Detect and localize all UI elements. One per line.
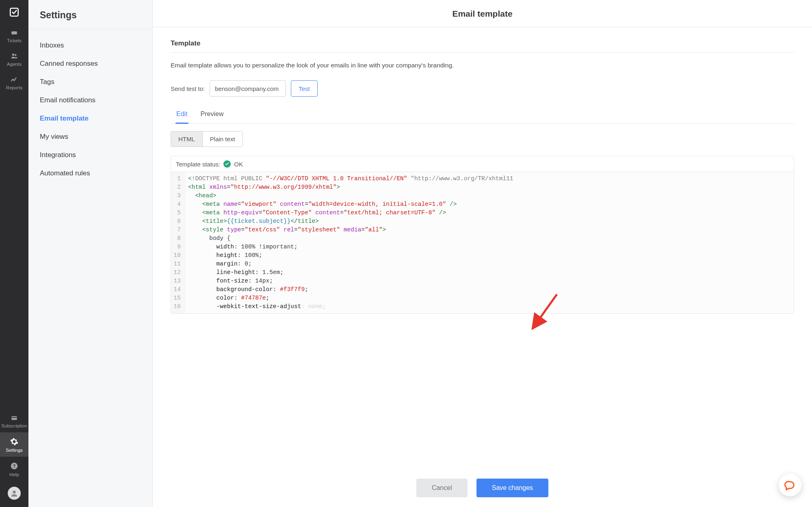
settings-sidebar: Settings Inboxes Canned responses Tags E… (28, 0, 153, 507)
view-tabs: Edit Preview (171, 110, 794, 124)
footer-actions: Cancel Save changes (153, 470, 812, 507)
format-tab-html[interactable]: HTML (171, 132, 202, 147)
svg-text:?: ? (13, 464, 16, 468)
format-tabs: HTML Plain text (171, 131, 243, 147)
tickets-icon (10, 29, 19, 37)
code-area[interactable]: 12345678910111213141516 <!DOCTYPE html P… (171, 172, 794, 313)
send-test-button[interactable]: Test (291, 80, 318, 97)
reports-icon (10, 76, 19, 84)
nav-item-tickets[interactable]: Tickets (0, 24, 28, 47)
template-status-row: Template status: OK (171, 156, 794, 172)
settings-menu-my-views[interactable]: My views (28, 128, 152, 146)
nav-label: Agents (7, 62, 22, 67)
subscription-icon (10, 414, 19, 422)
nav-item-settings[interactable]: Settings (0, 432, 28, 457)
nav-label: Subscription (1, 423, 27, 428)
settings-menu-automated-rules[interactable]: Automated rules (28, 164, 152, 183)
settings-menu-integrations[interactable]: Integrations (28, 146, 152, 164)
svg-point-8 (13, 491, 15, 494)
tab-edit[interactable]: Edit (175, 110, 188, 123)
send-test-input[interactable] (210, 80, 286, 97)
svg-point-3 (15, 54, 16, 56)
settings-menu-email-notifications[interactable]: Email notifications (28, 91, 152, 110)
nav-label: Help (9, 472, 19, 477)
settings-menu-canned-responses[interactable]: Canned responses (28, 55, 152, 73)
template-status-value: OK (234, 161, 243, 168)
user-avatar[interactable] (8, 487, 21, 500)
code-gutter: 12345678910111213141516 (171, 172, 186, 313)
settings-menu-email-template[interactable]: Email template (28, 110, 152, 128)
nav-label: Reports (6, 85, 22, 90)
settings-menu: Inboxes Canned responses Tags Email noti… (28, 29, 152, 183)
settings-title: Settings (28, 0, 152, 29)
chat-fab[interactable] (779, 474, 801, 496)
agents-icon (10, 52, 19, 60)
tab-preview[interactable]: Preview (200, 110, 225, 123)
app-logo[interactable] (6, 4, 22, 20)
code-editor: Template status: OK 12345678910111213141… (171, 156, 794, 314)
nav-item-subscription[interactable]: Subscription (0, 410, 28, 432)
send-test-row: Send test to: Test (171, 80, 794, 97)
status-ok-icon (223, 160, 231, 168)
svg-rect-5 (11, 417, 17, 418)
settings-menu-tags[interactable]: Tags (28, 73, 152, 91)
template-description: Email template allows you to personalize… (171, 62, 794, 69)
nav-item-agents[interactable]: Agents (0, 47, 28, 71)
settings-menu-inboxes[interactable]: Inboxes (28, 37, 152, 55)
svg-rect-4 (11, 416, 17, 420)
help-icon: ? (10, 462, 19, 470)
cancel-button[interactable]: Cancel (416, 479, 468, 497)
format-tab-plain-text[interactable]: Plain text (202, 132, 243, 147)
main-content: Email template Template Email template a… (153, 0, 812, 507)
nav-label: Settings (6, 448, 23, 453)
save-changes-button[interactable]: Save changes (476, 479, 548, 497)
send-test-label: Send test to: (171, 85, 205, 92)
nav-label: Tickets (7, 38, 22, 43)
svg-point-2 (12, 54, 14, 56)
code-content[interactable]: <!DOCTYPE html PUBLIC "-//W3C//DTD XHTML… (186, 172, 794, 313)
nav-item-reports[interactable]: Reports (0, 71, 28, 94)
page-title: Email template (153, 0, 812, 27)
nav-item-help[interactable]: ? Help (0, 457, 28, 481)
template-status-label: Template status: (176, 161, 220, 168)
nav-rail: Tickets Agents Reports Subscription Sett… (0, 0, 28, 507)
svg-rect-1 (11, 31, 17, 35)
main-body: Template Email template allows you to pe… (153, 27, 812, 470)
section-title: Template (171, 39, 794, 47)
divider (171, 52, 794, 53)
settings-icon (10, 437, 19, 446)
